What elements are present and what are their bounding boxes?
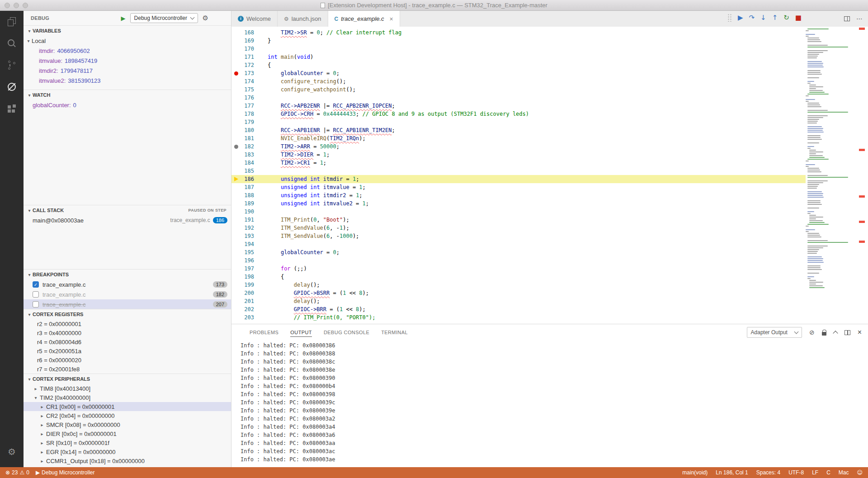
debug-step-over-button[interactable]: ↷ (749, 14, 755, 21)
close-window-button[interactable] (5, 3, 10, 8)
split-editor-icon[interactable] (844, 16, 850, 21)
tab-trace_example-c[interactable]: Ctrace_example.c× (328, 11, 400, 27)
breakpoint-gutter[interactable] (231, 77, 241, 85)
configure-gear-icon[interactable]: ⚙ (203, 14, 208, 22)
split-panel-icon[interactable] (844, 330, 850, 335)
breakpoint-gutter[interactable] (231, 110, 241, 118)
close-panel-icon[interactable]: × (858, 329, 862, 336)
variable-row[interactable]: itmdir:4066950602 (24, 46, 231, 56)
code-line-199[interactable]: 199 delay(); (231, 281, 806, 289)
debug-status[interactable]: ▶ Debug Microcontroller (36, 469, 95, 476)
breakpoint-gutter[interactable] (231, 85, 241, 94)
activity-explorer[interactable] (0, 11, 24, 33)
code-line-184[interactable]: 184 TIM2->CR1 = 1; (231, 159, 806, 167)
breakpoint-gutter[interactable] (231, 94, 241, 102)
breakpoint-checkbox[interactable]: ✓ (33, 281, 39, 288)
code-line-203[interactable]: 203 // ITM_Print(0, "PORT0"); (231, 313, 806, 322)
peripheral-row[interactable]: ▸SMCR [0x08] = 0x00000000 (24, 420, 231, 429)
watch-header[interactable]: ▾ WATCH (24, 90, 231, 100)
activity-settings[interactable]: ⚙ (0, 441, 24, 463)
breakpoint-gutter[interactable] (231, 134, 241, 142)
debug-restart-button[interactable]: ↻ (783, 14, 789, 21)
code-editor[interactable]: 168 TIM2->SR = 0; // Clear interrupt fla… (231, 27, 868, 324)
breakpoint-gutter[interactable] (231, 240, 241, 248)
close-icon[interactable]: × (390, 15, 393, 23)
code-line-186[interactable]: 186 unsigned int itmdir = 1; (231, 175, 806, 183)
peripheral-row[interactable]: ▸TIM8 [0x40013400] (24, 384, 231, 393)
code-line-189[interactable]: 189 unsigned int itmvalue2 = 1; (231, 199, 806, 208)
minimap[interactable] (806, 28, 855, 324)
code-line-201[interactable]: 201 delay(); (231, 297, 806, 305)
breakpoint-gutter[interactable] (231, 45, 241, 53)
code-line-176[interactable]: 176 (231, 94, 806, 102)
peripheral-row[interactable]: ▸CCMR1_Output [0x18] = 0x00000000 (24, 456, 231, 465)
breakpoint-gutter[interactable] (231, 232, 241, 240)
breakpoint-gutter[interactable] (231, 102, 241, 110)
breakpoint-gutter[interactable] (231, 224, 241, 232)
output-log[interactable]: Info : halted: PC: 0x08000386Info : halt… (231, 341, 868, 467)
encoding-indicator[interactable]: UTF-8 (788, 469, 804, 476)
breakpoint-gutter[interactable] (231, 175, 241, 183)
start-debug-icon[interactable]: ▶ (121, 15, 126, 22)
scroll-lock-icon[interactable] (822, 332, 826, 336)
peripheral-row[interactable]: ▸EGR [0x14] = 0x00000000 (24, 447, 231, 456)
code-line-191[interactable]: 191 ITM_Print(0, "Boot"); (231, 216, 806, 224)
breakpoints-header[interactable]: ▾ BREAKPOINTS (24, 270, 231, 279)
peripheral-row[interactable]: ▸DIER [0x0c] = 0x00000001 (24, 429, 231, 438)
code-line-175[interactable]: 175 configure_watchpoint(); (231, 85, 806, 94)
code-line-171[interactable]: 171int main(void) (231, 53, 806, 61)
more-actions-icon[interactable]: ⋯ (856, 15, 863, 22)
code-line-185[interactable]: 185 (231, 167, 806, 175)
code-line-190[interactable]: 190 (231, 208, 806, 216)
panel-tab-terminal[interactable]: TERMINAL (381, 328, 408, 337)
breakpoint-row[interactable]: ✓trace_example.c173 (24, 279, 231, 289)
tab-launch-json[interactable]: ⚙launch.json (278, 11, 328, 27)
breakpoint-gutter[interactable] (231, 183, 241, 191)
code-line-187[interactable]: 187 unsigned int itmvalue = 1; (231, 183, 806, 191)
code-line-197[interactable]: 197 for (;;) (231, 265, 806, 273)
code-line-193[interactable]: 193 ITM_SendValue(6, -1000); (231, 232, 806, 240)
debug-stop-button[interactable]: ■ (795, 14, 802, 21)
register-row[interactable]: r4 = 0x080004d6 (24, 337, 231, 346)
activity-search[interactable] (0, 33, 24, 54)
code-line-174[interactable]: 174 configure_tracing(); (231, 77, 806, 85)
current-symbol[interactable]: main(void) (682, 469, 708, 476)
code-line-188[interactable]: 188 unsigned int itmdir2 = 1; (231, 191, 806, 199)
clear-output-icon[interactable]: ⊘ (809, 329, 815, 336)
code-line-170[interactable]: 170 (231, 45, 806, 53)
register-row[interactable]: r3 = 0x40000000 (24, 328, 231, 337)
code-line-200[interactable]: 200 GPIOC->BSRR = (1 << 8); (231, 289, 806, 297)
code-line-198[interactable]: 198 { (231, 273, 806, 281)
register-row[interactable]: r6 = 0x00000020 (24, 355, 231, 364)
debug-step-out-button[interactable]: ↑ (772, 14, 778, 21)
breakpoint-gutter[interactable] (231, 159, 241, 167)
code-line-179[interactable]: 179 (231, 118, 806, 126)
output-channel-select[interactable]: Adapter Output (747, 327, 802, 338)
code-line-169[interactable]: 169} (231, 37, 806, 45)
breakpoint-gutter[interactable] (231, 313, 241, 322)
problems-indicator[interactable]: ⊗ 23 ⚠ 0 (5, 469, 29, 476)
breakpoint-gutter[interactable] (231, 151, 241, 159)
register-row[interactable]: r2 = 0x00000001 (24, 319, 231, 328)
breakpoint-gutter[interactable] (231, 208, 241, 216)
peripheral-row[interactable]: ▾TIM2 [0x40000000] (24, 393, 231, 402)
code-line-192[interactable]: 192 ITM_SendValue(6, -1); (231, 224, 806, 232)
register-row[interactable]: r5 = 0x2000051a (24, 346, 231, 355)
breakpoint-checkbox[interactable] (33, 291, 39, 298)
stack-frame-row[interactable]: main@0x080003aetrace_example.c186 (24, 215, 231, 225)
code-line-194[interactable]: 194 (231, 240, 806, 248)
tab-welcome[interactable]: iWelcome (231, 11, 278, 27)
peripheral-row[interactable]: ▸CR1 [0x00] = 0x00000001 (24, 402, 231, 411)
minimize-window-button[interactable] (14, 3, 19, 8)
breakpoint-gutter[interactable] (231, 216, 241, 224)
variable-row[interactable]: itmdir2:1799478117 (24, 66, 231, 76)
panel-tab-debug-console[interactable]: DEBUG CONSOLE (324, 328, 369, 337)
breakpoint-gutter[interactable] (231, 53, 241, 61)
indentation-indicator[interactable]: Spaces: 4 (756, 469, 780, 476)
code-line-181[interactable]: 181 NVIC_EnableIRQ(TIM2_IRQn); (231, 134, 806, 142)
code-line-183[interactable]: 183 TIM2->DIER = 1; (231, 151, 806, 159)
keymap-indicator[interactable]: Mac (839, 469, 849, 476)
breakpoint-gutter[interactable] (231, 248, 241, 256)
eol-indicator[interactable]: LF (812, 469, 818, 476)
peripheral-row[interactable]: ▸SR [0x10] = 0x0000001f (24, 438, 231, 447)
